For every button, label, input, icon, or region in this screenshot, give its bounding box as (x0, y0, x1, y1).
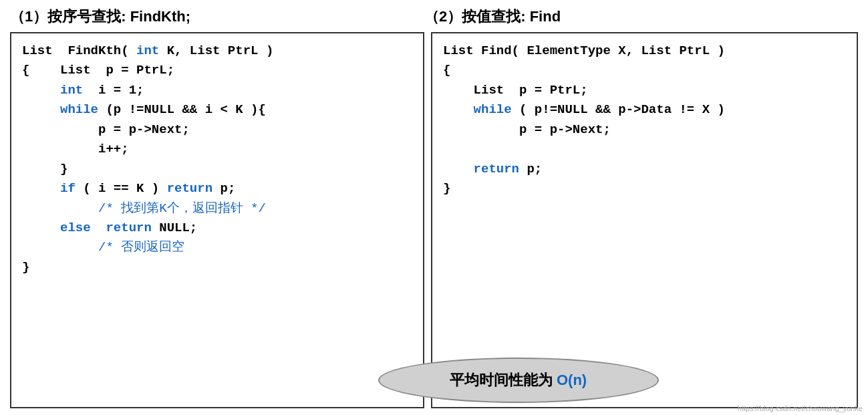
left-line-6: i++; (22, 140, 412, 159)
left-l4-while: while (60, 102, 98, 117)
right-l4-while: while (474, 102, 512, 117)
header-left-title: （1）按序号查找: FindKth; (10, 7, 424, 27)
right-l7-p: p; (519, 162, 542, 176)
left-line-8: if ( i == K ) return p; (22, 179, 412, 198)
right-line-3: List p = PtrL; (443, 81, 846, 100)
left-l9-comment: /* 找到第K个，返回指针 */ (22, 201, 266, 216)
right-line-8: } (443, 179, 846, 198)
watermark: https://blog.csdn.net/chouwang_yunke (738, 404, 863, 412)
left-l12: } (22, 260, 29, 275)
left-l3-int: int (60, 83, 83, 98)
main-container: （1）按序号查找: FindKth; （2）按值查找: Find List Fi… (0, 0, 868, 415)
left-l8-p: p; (212, 181, 235, 196)
right-l4-indent (443, 102, 474, 117)
code-panels: List FindKth( int K, List PtrL ) { List … (10, 32, 858, 408)
left-line-1: List FindKth( int K, List PtrL ) (22, 41, 412, 61)
left-l6: i++; (22, 142, 129, 156)
right-l7-indent (443, 162, 474, 176)
left-l2: { List p = PtrL; (22, 63, 174, 78)
left-l11-comment: /* 否则返回空 (22, 240, 184, 255)
left-l8-indent (22, 181, 60, 196)
left-line-9: /* 找到第K个，返回指针 */ (22, 199, 412, 219)
annotation-text-highlight: O(n) (557, 372, 587, 389)
left-l4-rest: (p !=NULL && i < K ){ (98, 102, 266, 117)
right-line-2: { (443, 61, 846, 80)
right-line-1: List Find( ElementType X, List PtrL ) (443, 41, 846, 61)
left-line-7: } (22, 160, 412, 179)
left-l8-if: if (60, 181, 76, 196)
right-l3: List p = PtrL; (443, 83, 588, 98)
left-l10-else: else (60, 221, 91, 235)
left-line-2: { List p = PtrL; (22, 61, 412, 80)
right-code-panel: List Find( ElementType X, List PtrL ) { … (431, 32, 858, 408)
left-l4-indent (22, 102, 60, 117)
left-l7: } (22, 162, 67, 176)
left-l1-part2: K, List PtrL ) (159, 43, 273, 58)
header-right-title: （2）按值查找: Find (424, 7, 858, 27)
left-l1-int: int (129, 43, 160, 58)
left-l5: p = p->Next; (22, 122, 190, 137)
left-l3-indent (22, 83, 60, 98)
right-l5: p = p->Next; (443, 122, 611, 137)
annotation-text-before: 平均时间性能为 (450, 370, 557, 390)
left-l10-null: NULL; (152, 221, 197, 235)
right-line-6-blank (443, 140, 846, 159)
right-l7-return: return (474, 162, 519, 176)
left-code-panel: List FindKth( int K, List PtrL ) { List … (10, 32, 424, 408)
right-line-4: while ( p!=NULL && p->Data != X ) (443, 100, 846, 120)
header-row: （1）按序号查找: FindKth; （2）按值查找: Find (10, 7, 858, 27)
left-l10-return: return (91, 221, 152, 235)
left-line-5: p = p->Next; (22, 120, 412, 140)
right-l4-rest: ( p!=NULL && p->Data != X ) (512, 102, 725, 117)
right-l1: List Find( ElementType X, List PtrL ) (443, 43, 725, 58)
left-line-4: while (p !=NULL && i < K ){ (22, 100, 412, 120)
left-l10-indent (22, 221, 60, 235)
right-l8: } (443, 181, 450, 196)
left-l8-cond: ( i == K ) (76, 181, 167, 196)
left-l8-return: return (167, 181, 212, 196)
right-line-5: p = p->Next; (443, 120, 846, 140)
left-l1-part1: List FindKth( (22, 43, 129, 58)
left-line-11: /* 否则返回空 (22, 238, 412, 257)
left-line-10: else return NULL; (22, 219, 412, 238)
right-line-7: return p; (443, 160, 846, 179)
oval-annotation: 平均时间性能为 O(n) (378, 358, 659, 403)
left-line-12: } (22, 258, 412, 277)
right-l2: { (443, 63, 450, 78)
left-l3-rest: i = 1; (83, 83, 144, 98)
left-line-3: int i = 1; (22, 81, 412, 100)
